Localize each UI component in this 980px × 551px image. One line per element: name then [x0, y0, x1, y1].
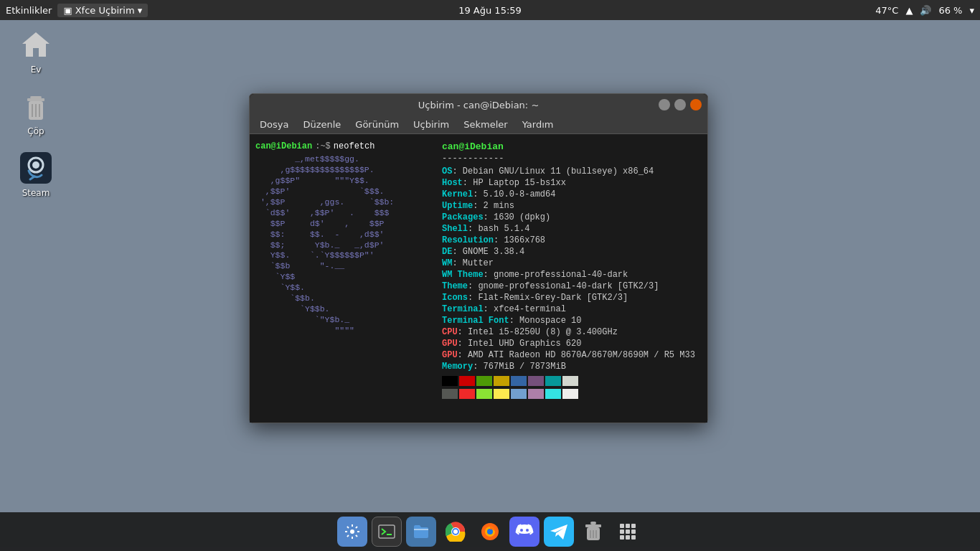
terminal-right-pane: can@iDebian ------------ OS: Debian GNU/… — [436, 134, 707, 423]
steam-icon — [19, 151, 53, 185]
maximize-button[interactable] — [674, 99, 686, 110]
info-gpu1: GPU: Intel UHD Graphics 620 — [442, 339, 702, 349]
dock-apps[interactable] — [613, 517, 643, 547]
dock-files[interactable] — [406, 517, 436, 547]
steam-label: Steam — [22, 188, 50, 198]
svg-rect-2 — [27, 98, 44, 101]
menu-gorunum[interactable]: Görünüm — [349, 118, 405, 131]
svg-point-19 — [487, 529, 493, 534]
color-swatch — [562, 389, 578, 399]
menu-ucbirim[interactable]: Uçbirim — [407, 118, 455, 131]
dropdown-arrow: ▾ — [138, 5, 143, 16]
minimize-button[interactable] — [659, 99, 670, 110]
svg-rect-36 — [631, 535, 636, 540]
color-swatch — [545, 389, 561, 399]
svg-point-16 — [453, 529, 458, 534]
info-wm: WM: Mutter — [442, 258, 702, 268]
terminal-window: Uçbirim - can@iDebian: ~ Dosya Düzenle G… — [249, 93, 708, 423]
wifi-icon: ▲ — [905, 5, 913, 16]
color-swatch — [528, 389, 544, 399]
color-swatch — [528, 376, 544, 386]
color-swatch — [494, 376, 509, 386]
menu-sekmeler[interactable]: Sekmeler — [458, 118, 513, 131]
terminal-icon: ▣ — [63, 5, 72, 16]
color-swatch — [459, 389, 475, 399]
svg-marker-0 — [22, 32, 50, 57]
svg-point-20 — [520, 529, 523, 532]
info-gpu2: GPU: AMD ATI Radeon HD 8670A/8670M/8690M… — [442, 350, 702, 360]
desktop: Ev Çöp Steam — [0, 20, 93, 512]
color-swatch — [494, 389, 509, 399]
info-shell: Shell: bash 5.1.4 — [442, 224, 702, 234]
info-uptime: Uptime: 2 mins — [442, 201, 702, 211]
panel-right: 47°C ▲ 🔊 66 % ▾ — [875, 5, 974, 16]
menu-duzenle[interactable]: Düzenle — [297, 118, 347, 131]
dock-trash[interactable] — [578, 517, 608, 547]
svg-rect-29 — [626, 524, 630, 528]
dock-telegram[interactable] — [544, 517, 574, 547]
prompt-line: can@iDebian :~$ neofetch — [255, 141, 430, 151]
svg-point-9 — [32, 161, 39, 169]
color-swatch — [476, 376, 492, 386]
dock-settings[interactable] — [337, 517, 367, 547]
activities-label[interactable]: Etkinlikler — [6, 5, 52, 16]
terminal-menubar: Dosya Düzenle Görünüm Uçbirim Sekmeler Y… — [250, 116, 707, 134]
window-buttons — [659, 99, 702, 110]
dock-chrome[interactable] — [440, 517, 471, 547]
svg-rect-28 — [620, 524, 624, 528]
dock-terminal[interactable] — [372, 517, 402, 547]
svg-rect-34 — [620, 535, 624, 540]
info-resolution: Resolution: 980x551 — [442, 235, 702, 245]
home-label: Ev — [31, 65, 42, 75]
color-swatch — [459, 376, 475, 386]
desktop-icon-trash[interactable]: Çöp — [7, 89, 65, 136]
color-palette — [442, 376, 585, 399]
svg-rect-1 — [30, 96, 42, 98]
info-host: Host: HP Laptop 15-bs1xx — [442, 178, 702, 188]
menu-yardim[interactable]: Yardım — [517, 118, 560, 131]
terminal-title: Uçbirim - can@iDebian: ~ — [418, 100, 540, 110]
color-swatch — [545, 376, 561, 386]
terminal-content: can@iDebian :~$ neofetch _,met$$$$$gg. ,… — [250, 134, 707, 423]
battery-arrow: ▾ — [969, 5, 974, 16]
color-swatch — [442, 376, 458, 386]
svg-rect-11 — [379, 525, 395, 538]
xfce-title[interactable]: ▣ Xfce Uçbirim ▾ — [57, 4, 148, 17]
trash-label: Çöp — [27, 126, 44, 136]
temperature-label: 47°C — [875, 5, 898, 16]
sysinfo-username: can@iDebian — [442, 141, 702, 152]
bottom-panel — [0, 512, 980, 551]
prompt-user: can@iDebian — [255, 141, 312, 151]
dock-discord[interactable] — [509, 517, 540, 547]
datetime-label: 19 Ağu 15:59 — [458, 5, 522, 16]
home-icon — [19, 27, 53, 62]
terminal-left-pane: can@iDebian :~$ neofetch _,met$$$$$gg. ,… — [250, 134, 436, 423]
svg-rect-32 — [626, 529, 630, 534]
menu-dosya[interactable]: Dosya — [254, 118, 294, 131]
info-cpu: CPU: Intel i5-8250U (8) @ 3.400GHz — [442, 327, 702, 337]
info-wm-theme: WM Theme: gnome-professional-40-dark — [442, 270, 702, 280]
info-icons: Icons: Flat-Remix-Grey-Dark [GTK2/3] — [442, 293, 702, 303]
prompt-separator: :~$ — [315, 141, 331, 151]
desktop-icon-steam[interactable]: Steam — [7, 151, 65, 198]
info-os: OS: Debian GNU/Linux 11 (bullseye) x86_6… — [442, 166, 702, 176]
desktop-icon-home[interactable]: Ev — [7, 27, 65, 75]
info-kernel: Kernel: 5.10.0-8-amd64 — [442, 189, 702, 199]
svg-point-10 — [350, 529, 354, 534]
dock-firefox[interactable] — [475, 517, 505, 547]
panel-left: Etkinlikler ▣ Xfce Uçbirim ▾ — [6, 4, 148, 17]
info-memory: Memory: 767MiB / 7873MiB — [442, 362, 702, 372]
color-swatch — [442, 389, 458, 399]
color-swatch — [511, 376, 527, 386]
top-panel: Etkinlikler ▣ Xfce Uçbirim ▾ 19 Ağu 15:5… — [0, 0, 980, 20]
svg-rect-35 — [626, 535, 630, 540]
close-button[interactable] — [690, 99, 702, 110]
info-packages: Packages: 1630 (dpkg) — [442, 212, 702, 222]
color-swatch — [511, 389, 527, 399]
svg-rect-22 — [590, 522, 596, 524]
info-terminal-font: Terminal Font: Monospace 10 — [442, 316, 702, 326]
app-name-label: Xfce Uçbirim — [75, 5, 135, 16]
volume-icon: 🔊 — [920, 5, 931, 16]
svg-point-21 — [526, 529, 529, 532]
info-terminal: Terminal: xfce4-terminal — [442, 304, 702, 314]
